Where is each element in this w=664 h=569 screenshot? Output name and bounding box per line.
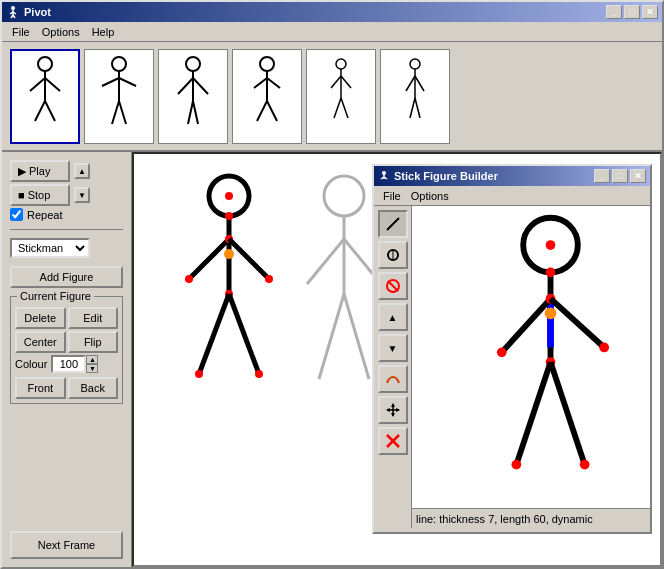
figure-type-row: Stickman: [10, 238, 123, 258]
current-figure-label: Current Figure: [17, 290, 94, 302]
figure-type-select[interactable]: Stickman: [10, 238, 90, 258]
svg-point-81: [546, 240, 556, 250]
play-row: ▶ Play ▲: [10, 160, 123, 182]
main-window: Pivot _ □ ✕ File Options Help: [0, 0, 664, 569]
window-icon: [6, 5, 20, 19]
svg-line-71: [388, 281, 398, 291]
svg-point-46: [224, 249, 234, 259]
move-tool-button[interactable]: [378, 396, 408, 424]
divider-1: [10, 229, 123, 230]
frame-1[interactable]: [10, 49, 80, 144]
svg-point-43: [225, 192, 233, 200]
canvas-area[interactable]: Stick Figure Builder _ □ ✕ File Options: [132, 152, 662, 567]
delete-tool-button[interactable]: [378, 427, 408, 455]
scroll-up-arrow[interactable]: ▲: [74, 163, 90, 179]
edit-button[interactable]: Edit: [68, 307, 119, 329]
sfb-body: ▲ ▼: [374, 206, 650, 528]
svg-marker-74: [391, 403, 395, 407]
frame-3[interactable]: [158, 49, 228, 144]
frame-2[interactable]: [84, 49, 154, 144]
circle-tool-icon: [385, 247, 401, 263]
svg-line-34: [334, 98, 341, 118]
svg-line-15: [119, 78, 136, 86]
svg-line-62: [344, 294, 369, 379]
sfb-status-text: line: thickness 7, length 60, dynamic: [416, 513, 593, 525]
current-figure-group: Current Figure Delete Edit Center Flip C…: [10, 296, 123, 404]
arrow-up-tool-button[interactable]: ▲: [378, 303, 408, 331]
next-frame-button[interactable]: Next Frame: [10, 531, 123, 559]
title-bar-left: Pivot: [6, 5, 51, 19]
svg-point-50: [185, 275, 193, 283]
main-area: ▶ Play ▲ ■ Stop ▼ Repeat: [2, 152, 662, 567]
menu-help[interactable]: Help: [86, 24, 121, 40]
repeat-checkbox[interactable]: [10, 208, 23, 221]
svg-point-36: [410, 59, 420, 69]
title-bar: Pivot _ □ ✕: [2, 2, 662, 22]
no-tool-button[interactable]: [378, 272, 408, 300]
back-button[interactable]: Back: [68, 377, 119, 399]
svg-line-61: [319, 294, 344, 379]
curve-tool-icon: [385, 371, 401, 387]
svg-point-54: [195, 370, 203, 378]
scroll-down-arrow[interactable]: ▼: [74, 187, 90, 203]
front-button[interactable]: Front: [15, 377, 66, 399]
svg-point-56: [255, 370, 263, 378]
svg-line-9: [45, 78, 60, 91]
move-tool-icon: [385, 402, 401, 418]
play-icon: ▶: [18, 165, 26, 178]
title-bar-buttons: _ □ ✕: [606, 5, 658, 19]
svg-line-21: [193, 78, 208, 94]
svg-line-87: [502, 299, 551, 353]
figure-1-svg: [174, 174, 294, 474]
svg-line-17: [119, 101, 126, 124]
sfb-maximize-button[interactable]: □: [612, 169, 628, 183]
sfb-canvas[interactable]: line: thickness 7, length 60, dynamic: [412, 206, 650, 528]
figure-buttons: Delete Edit Center Flip: [15, 307, 118, 353]
menu-bar: File Options Help: [2, 22, 662, 42]
svg-line-53: [199, 294, 229, 374]
frame-5[interactable]: [306, 49, 376, 144]
svg-marker-76: [386, 408, 390, 412]
stop-icon: ■: [18, 189, 25, 201]
close-button[interactable]: ✕: [642, 5, 658, 19]
sfb-close-button[interactable]: ✕: [630, 169, 646, 183]
menu-file[interactable]: File: [6, 24, 36, 40]
flip-button[interactable]: Flip: [68, 331, 119, 353]
spin-up[interactable]: ▲: [86, 355, 98, 364]
menu-options[interactable]: Options: [36, 24, 86, 40]
line-tool-button[interactable]: [378, 210, 408, 238]
svg-point-93: [511, 460, 521, 470]
no-tool-icon: [385, 278, 401, 294]
curve-tool-button[interactable]: [378, 365, 408, 393]
svg-line-10: [35, 101, 45, 121]
colour-row: Colour 100 ▲ ▼: [15, 355, 118, 373]
svg-line-28: [257, 101, 267, 121]
sfb-title-left: Stick Figure Builder: [378, 170, 498, 182]
svg-line-5: [13, 15, 15, 18]
sfb-title-text: Stick Figure Builder: [394, 170, 498, 182]
svg-line-55: [229, 294, 259, 374]
frame-5-figure: [326, 56, 356, 136]
svg-line-59: [307, 239, 344, 284]
sfb-menu-file[interactable]: File: [378, 189, 406, 203]
circle-tool-button[interactable]: [378, 241, 408, 269]
frame-6[interactable]: [380, 49, 450, 144]
svg-line-33: [341, 76, 351, 88]
sfb-title-bar: Stick Figure Builder _ □ ✕: [374, 166, 650, 186]
frame-4-figure: [242, 56, 292, 136]
frame-4[interactable]: [232, 49, 302, 144]
sfb-minimize-button[interactable]: _: [594, 169, 610, 183]
stop-button[interactable]: ■ Stop: [10, 184, 70, 206]
center-button[interactable]: Center: [15, 331, 66, 353]
maximize-button[interactable]: □: [624, 5, 640, 19]
minimize-button[interactable]: _: [606, 5, 622, 19]
spin-down[interactable]: ▼: [86, 364, 98, 373]
arrow-down-tool-button[interactable]: ▼: [378, 334, 408, 362]
sfb-menu-options[interactable]: Options: [406, 189, 454, 203]
svg-line-20: [178, 78, 193, 94]
delete-button[interactable]: Delete: [15, 307, 66, 329]
svg-point-63: [382, 171, 386, 175]
play-button[interactable]: ▶ Play: [10, 160, 70, 182]
colour-input[interactable]: 100: [51, 355, 86, 373]
add-figure-button[interactable]: Add Figure: [10, 266, 123, 288]
